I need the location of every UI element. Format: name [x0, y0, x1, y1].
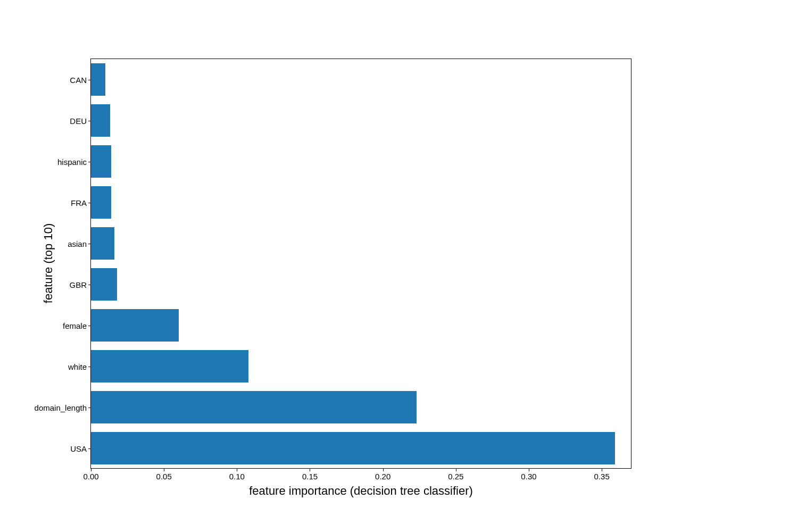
bar	[91, 145, 111, 177]
bar	[91, 391, 417, 423]
plot-area: CANDEUhispanicFRAasianGBRfemalewhitedoma…	[91, 59, 631, 469]
bar	[91, 268, 117, 300]
x-axis-label: feature importance (decision tree classi…	[249, 484, 473, 498]
x-tick-label: 0.20	[375, 469, 390, 481]
bar	[91, 63, 105, 95]
x-tick-label: 0.10	[229, 469, 245, 481]
bar	[91, 186, 111, 218]
y-tick-label: asian	[68, 239, 91, 248]
bar	[91, 432, 615, 464]
y-tick-label: domain_length	[35, 403, 91, 412]
y-tick-label: CAN	[70, 75, 91, 84]
x-tick-label: 0.15	[302, 469, 318, 481]
x-tick-label: 0.30	[521, 469, 536, 481]
y-tick-label: DEU	[70, 116, 91, 125]
bar	[91, 227, 114, 259]
x-tick-label: 0.35	[594, 469, 610, 481]
y-tick-label: hispanic	[57, 157, 91, 166]
y-tick-label: female	[63, 321, 91, 330]
y-axis-label: feature (top 10)	[41, 223, 55, 303]
bar	[91, 309, 179, 341]
x-tick-label: 0.00	[83, 469, 98, 481]
bar	[91, 350, 248, 382]
chart-container: CANDEUhispanicFRAasianGBRfemalewhitedoma…	[90, 59, 631, 469]
y-tick-label: USA	[70, 444, 91, 453]
y-tick-label: FRA	[71, 198, 91, 207]
bar	[91, 104, 110, 136]
y-tick-label: white	[68, 362, 91, 371]
x-tick-label: 0.05	[156, 469, 172, 481]
y-tick-label: GBR	[69, 280, 91, 289]
x-tick-label: 0.25	[448, 469, 463, 481]
